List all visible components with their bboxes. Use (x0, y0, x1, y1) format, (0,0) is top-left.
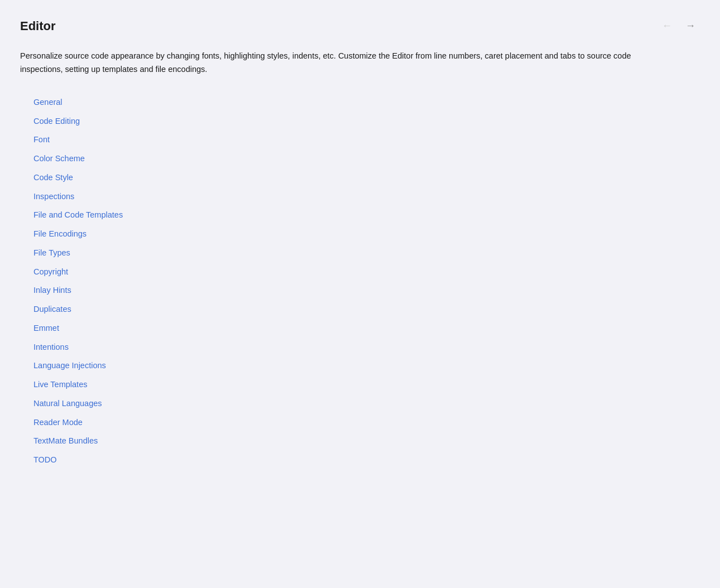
editor-links-list: GeneralCode EditingFontColor SchemeCode … (20, 93, 700, 470)
editor-link-item[interactable]: Language Injections (33, 356, 700, 375)
editor-link-item[interactable]: TextMate Bundles (33, 432, 700, 451)
navigation-buttons: ← → (657, 18, 700, 34)
page-title: Editor (20, 19, 56, 33)
editor-link-item[interactable]: Inspections (33, 187, 700, 206)
back-button[interactable]: ← (657, 18, 676, 34)
editor-link-item[interactable]: Duplicates (33, 300, 700, 319)
page-header: Editor ← → (20, 18, 700, 34)
page-description: Personalize source code appearance by ch… (20, 50, 662, 76)
editor-link-item[interactable]: File Types (33, 244, 700, 263)
editor-link-item[interactable]: File Encodings (33, 225, 700, 244)
editor-link-item[interactable]: TODO (33, 451, 700, 470)
editor-link-item[interactable]: File and Code Templates (33, 206, 700, 225)
editor-link-item[interactable]: Live Templates (33, 375, 700, 394)
editor-link-item[interactable]: Reader Mode (33, 413, 700, 432)
editor-link-item[interactable]: Font (33, 131, 700, 150)
editor-link-item[interactable]: Copyright (33, 263, 700, 282)
forward-button[interactable]: → (681, 18, 700, 34)
editor-link-item[interactable]: Intentions (33, 338, 700, 357)
editor-link-item[interactable]: Emmet (33, 319, 700, 338)
editor-link-item[interactable]: Code Editing (33, 112, 700, 131)
editor-link-item[interactable]: Natural Languages (33, 394, 700, 413)
editor-link-item[interactable]: Inlay Hints (33, 281, 700, 300)
editor-link-item[interactable]: General (33, 93, 700, 112)
editor-link-item[interactable]: Color Scheme (33, 150, 700, 168)
editor-link-item[interactable]: Code Style (33, 168, 700, 187)
